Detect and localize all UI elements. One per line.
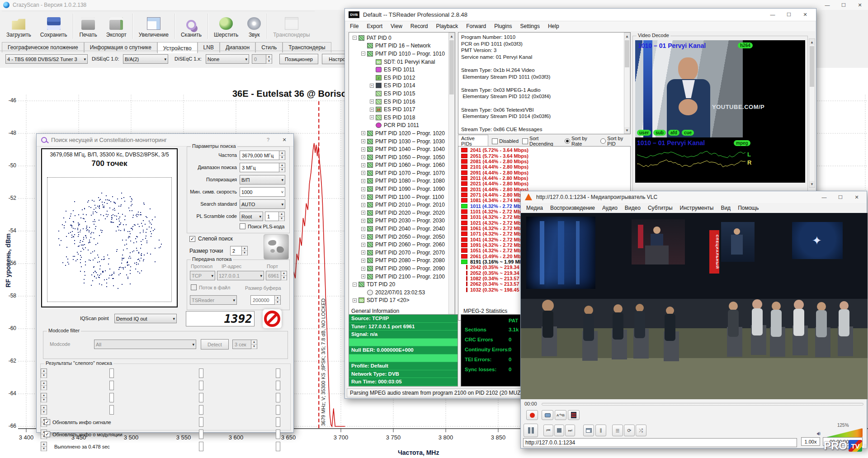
menu-Forward[interactable]: Forward [462,22,490,30]
tree-expand-toggle[interactable]: + [361,171,365,175]
result-value-undefined[interactable] [276,430,280,439]
tree-expand-toggle[interactable]: − [353,283,357,287]
range-input[interactable]: 3 МГц [240,163,279,172]
vlc-equalizer-button[interactable]: ⫼ [595,425,606,436]
close-button[interactable]: ✕ [852,0,868,10]
toolbar-button-Звук[interactable]: Звук [243,13,265,40]
standard-select[interactable]: AUTO [240,199,285,209]
stop-icon[interactable] [263,309,282,328]
tree-item[interactable]: +PMT PID 1100 – Progr. 1100 [351,193,455,201]
menu-Settings[interactable]: Settings [516,22,544,30]
pls-search-row[interactable]: Поиск PLS-кода [240,223,284,229]
tree-item[interactable]: ES PID 1015 [351,90,455,98]
tree-item[interactable]: +PMT PID 2080 – Progr. 2080 [351,257,455,265]
tree-expand-toggle[interactable]: − [361,52,365,56]
polar-select[interactable]: В/П [240,175,285,184]
position-input[interactable]: 0 [252,54,266,64]
range-stepper[interactable]: ▲▼ [279,163,285,172]
menu-Help[interactable]: Help [544,22,563,30]
tree-item[interactable]: 2022/07/01 23:02:53 [351,288,455,297]
tree-expand-toggle[interactable]: + [370,99,374,104]
tree-item[interactable]: +PMT PID 2090 – Progr. 2090 [351,264,455,273]
tree-item[interactable]: +ES PID 1016 [351,98,455,106]
tree-expand-toggle[interactable]: + [361,203,365,207]
freq-input[interactable]: 3679,000 МГц [240,151,279,160]
dialog-close-button[interactable]: ✕ [276,135,292,145]
tree-expand-toggle[interactable]: + [361,235,365,239]
pid-row[interactable]: 2021 (4.44% - 2.80 Mbps) [461,181,630,186]
tree-expand-toggle[interactable]: + [361,195,365,199]
tsreader-minimize-button[interactable]: — [764,9,781,19]
tree-item[interactable]: ♪ES PID 1012 [351,74,455,82]
menu-View[interactable]: View [387,22,406,30]
tree-expand-toggle[interactable]: + [361,163,365,167]
result-value-undefined[interactable] [199,442,203,451]
result-stepper-undefined[interactable]: ▲▼ [41,393,47,402]
vlc-url-input[interactable]: http://127.0.0.1:1234 [523,438,797,447]
vlc-previous-button[interactable]: ⏮ [543,425,553,436]
vlc-menu-Аудио[interactable]: Аудио [599,204,621,212]
result-value-undefined[interactable] [199,430,203,439]
result-value-undefined[interactable] [109,405,114,415]
tree-expand-toggle[interactable]: + [361,179,365,183]
vlc-close-button[interactable]: ✕ [849,192,865,202]
toolbar-button-Сохранить[interactable]: Сохранить [36,13,72,40]
tree-expand-toggle[interactable]: + [361,211,365,215]
result-value-undefined[interactable] [199,393,203,402]
position-stepper[interactable]: ▲▼ [266,54,272,64]
vlc-shuffle-button[interactable]: ⤮ [636,425,646,436]
pid-row[interactable]: 2081 (4.44% - 2.80 Mbps) [461,159,630,164]
tree-expand-toggle[interactable]: + [361,187,365,191]
menu-Export[interactable]: Export [363,22,387,30]
result-stepper-undefined[interactable]: ▲▼ [41,405,47,415]
tree-item[interactable]: +PMT PID 1060 – Progr. 1060 [351,161,455,170]
maximize-button[interactable]: ☐ [835,0,852,10]
pid-row[interactable]: 2051 (5.72% - 3.64 Mbps) [461,153,630,158]
result-value-undefined[interactable] [276,381,280,390]
tree-expand-toggle[interactable]: + [361,267,365,271]
sort-by-rate-radio-row[interactable]: Sort by Rate [565,136,597,146]
vlc-menu-Вид[interactable]: Вид [717,204,734,212]
stream-to-file-checkbox[interactable] [191,284,197,290]
stream-to-file-row[interactable]: Поток в файл [191,284,230,290]
result-stepper-undefined[interactable]: ▲▼ [41,442,47,451]
pls-value-stepper[interactable]: ▲▼ [278,212,285,221]
signal-info-checkbox[interactable]: ✓ [44,419,50,425]
tree-expand-toggle[interactable]: + [361,131,365,135]
buffer-input[interactable]: 200000 [250,295,275,305]
consumer-select[interactable]: TSReader [190,295,237,305]
tree-item[interactable]: SDSDT: 01 Pervyi Kanal [351,58,455,66]
tree-item[interactable]: +PMT PID 2040 – Progr. 2040 [351,225,455,233]
vlc-playlist-button[interactable]: ☰ [612,425,623,436]
detect-button[interactable]: Detect [201,339,229,349]
tree-expand-toggle[interactable]: − [353,36,357,40]
toolbar-button-Экспорт[interactable]: Экспорт [102,13,131,40]
tree-item[interactable]: +ES PID 1018 [351,113,455,122]
result-value-undefined[interactable] [199,368,203,378]
tree-expand-toggle[interactable]: + [353,298,357,302]
tree-expand-toggle[interactable]: + [361,274,365,279]
tree-item[interactable]: +PMT PID 1040 – Progr. 1040 [351,145,455,153]
minimize-button[interactable]: — [819,0,835,10]
vlc-minimize-button[interactable]: — [816,192,832,202]
tree-item[interactable]: +PMT PID 1090 – Progr. 1090 [351,185,455,193]
volume-icon[interactable]: 🔊︎ [817,430,821,437]
vlc-menu-Субтитры[interactable]: Субтитры [644,204,676,212]
volume-slider[interactable] [826,428,863,437]
tree-item[interactable]: −TDT PID 20 [351,280,455,288]
tree-item[interactable]: +PMT PID 1030 – Progr. 1030 [351,137,455,146]
result-value-undefined[interactable] [199,381,203,390]
toolbar-button-Загрузить[interactable]: Загрузить [2,13,36,40]
tree-item[interactable]: PMT PID 16 – Network [351,42,455,50]
protocol-select[interactable]: TCP [190,271,215,280]
tree-item[interactable]: +PMT PID 2050 – Progr. 2050 [351,233,455,241]
tree-item[interactable]: −PMT PID 1010 – Progr. 1010 [351,50,455,58]
dialog-help-button[interactable]: ? [260,135,276,145]
sort-by-pid-radio-row[interactable]: Sort by PID [600,136,631,146]
vlc-fullscreen-button[interactable] [583,425,594,436]
tree-item[interactable]: +PMT PID 2070 – Progr. 2070 [351,249,455,257]
disabled-checkbox-row[interactable]: Disabled [492,138,519,144]
toolbar-button-Увеличение[interactable]: Увеличение [134,13,173,40]
result-value-undefined[interactable] [109,393,114,402]
tsreader-close-button[interactable]: ✕ [797,9,813,19]
